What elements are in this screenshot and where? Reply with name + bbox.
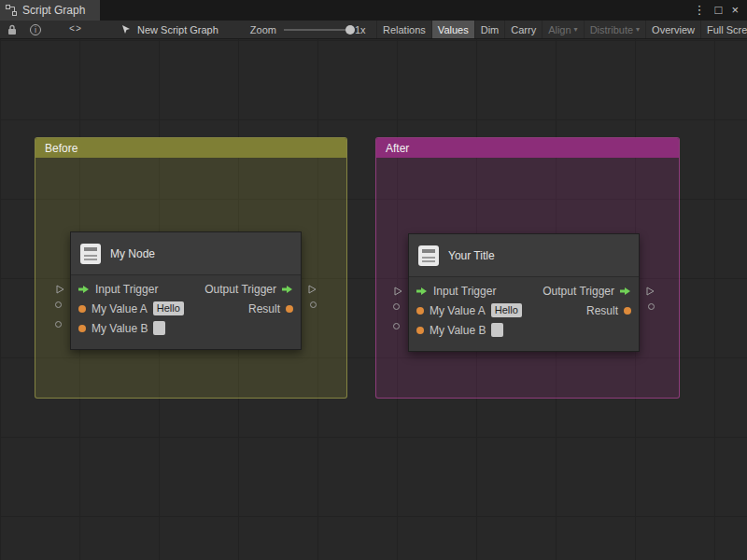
close-icon[interactable]: × — [727, 0, 742, 21]
value-port-icon — [416, 307, 424, 315]
zoom-slider[interactable] — [284, 29, 351, 31]
lock-icon[interactable] — [7, 24, 17, 35]
align-dropdown[interactable]: Align ▾ — [542, 21, 583, 38]
graph-toolbar: i <> New Script Graph Zoom 1x Relations … — [0, 21, 747, 39]
node-body: Input Trigger Output Trigger My Value A … — [409, 277, 639, 351]
node-your-title[interactable]: Your Title Input Trigger Output Trigger — [408, 233, 640, 352]
port-my-value-b[interactable]: My Value B — [416, 323, 503, 337]
value-port-icon — [286, 305, 293, 313]
tab-script-graph[interactable]: Script Graph — [0, 0, 100, 21]
my-value-b-field[interactable] — [153, 321, 165, 335]
distribute-dropdown[interactable]: Distribute ▾ — [584, 21, 645, 38]
my-value-a-field[interactable]: Hello — [153, 301, 184, 315]
node-header[interactable]: Your Title — [409, 234, 639, 277]
ext-trigger-in-port[interactable] — [393, 283, 402, 300]
port-result[interactable]: Result — [248, 302, 293, 315]
port-output-trigger[interactable]: Output Trigger — [204, 283, 293, 296]
port-input-trigger[interactable]: Input Trigger — [416, 285, 496, 298]
node-my-node[interactable]: My Node Input Trigger Output Trigger — [70, 231, 302, 350]
code-edit-icon[interactable]: <> — [69, 24, 82, 35]
zoom-value: 1x — [355, 24, 366, 35]
trigger-arrow-icon — [416, 287, 428, 296]
ext-trigger-out-port[interactable] — [645, 283, 655, 300]
new-script-graph-label: New Script Graph — [137, 24, 218, 35]
ext-value-a-port[interactable] — [393, 303, 400, 310]
group-after-header[interactable]: After — [376, 138, 679, 158]
graph-icon — [6, 5, 17, 16]
my-value-b-field[interactable] — [491, 323, 503, 337]
value-port-icon — [78, 305, 86, 313]
relations-button[interactable]: Relations — [376, 21, 431, 38]
node-title: Your Title — [448, 249, 495, 262]
trigger-arrow-icon — [78, 285, 90, 294]
cursor-icon — [121, 24, 132, 35]
ext-result-port[interactable] — [310, 301, 317, 308]
ext-result-port[interactable] — [648, 303, 655, 310]
overview-button[interactable]: Overview — [645, 21, 700, 38]
my-value-a-field[interactable]: Hello — [491, 303, 522, 317]
fullscreen-button[interactable]: Full Screen — [700, 21, 747, 38]
new-script-graph-button[interactable]: New Script Graph — [121, 24, 218, 35]
ext-trigger-out-port[interactable] — [307, 281, 317, 298]
port-output-trigger[interactable]: Output Trigger — [543, 285, 631, 298]
value-port-icon — [416, 327, 424, 334]
group-before-header[interactable]: Before — [35, 138, 346, 158]
unity-script-graph-window: Script Graph ⋮ □ × i <> New Script Graph… — [0, 0, 747, 560]
tab-title: Script Graph — [22, 4, 85, 17]
group-before-title: Before — [45, 142, 78, 155]
zoom-control: Zoom 1x — [250, 24, 366, 35]
zoom-slider-knob[interactable] — [345, 25, 355, 35]
maximize-icon[interactable]: □ — [712, 0, 726, 21]
info-icon[interactable]: i — [30, 24, 41, 35]
ext-value-b-port[interactable] — [55, 321, 62, 328]
zoom-label: Zoom — [250, 24, 276, 35]
window-controls: ⋮ □ × — [690, 0, 747, 21]
toolbar-buttons: Relations Values Dim Carry Align ▾ Distr… — [376, 21, 747, 38]
node-title: My Node — [110, 247, 155, 260]
node-body: Input Trigger Output Trigger My Value A … — [71, 275, 301, 349]
value-port-icon — [624, 307, 631, 315]
carry-button[interactable]: Carry — [504, 21, 542, 38]
port-result[interactable]: Result — [586, 304, 631, 317]
ext-trigger-in-port[interactable] — [55, 281, 64, 298]
tab-bar: Script Graph ⋮ □ × — [0, 0, 747, 21]
node-header[interactable]: My Node — [71, 232, 301, 275]
trigger-arrow-icon — [620, 287, 631, 296]
trigger-arrow-icon — [282, 285, 293, 294]
port-my-value-a[interactable]: My Value A Hello — [416, 303, 522, 317]
chevron-down-icon: ▾ — [636, 25, 640, 34]
chevron-down-icon: ▾ — [574, 25, 578, 34]
port-input-trigger[interactable]: Input Trigger — [78, 283, 158, 296]
port-my-value-a[interactable]: My Value A Hello — [78, 301, 184, 315]
kebab-menu-icon[interactable]: ⋮ — [690, 0, 710, 21]
script-graph-icon — [80, 244, 101, 264]
values-button[interactable]: Values — [431, 21, 474, 38]
value-port-icon — [78, 325, 86, 332]
script-graph-icon — [418, 245, 439, 266]
port-my-value-b[interactable]: My Value B — [78, 321, 165, 335]
ext-value-b-port[interactable] — [393, 323, 400, 329]
dim-button[interactable]: Dim — [474, 21, 505, 38]
group-after-title: After — [386, 142, 409, 155]
ext-value-a-port[interactable] — [55, 301, 62, 308]
graph-canvas[interactable]: Before After My Node Input Trigger — [0, 39, 747, 560]
